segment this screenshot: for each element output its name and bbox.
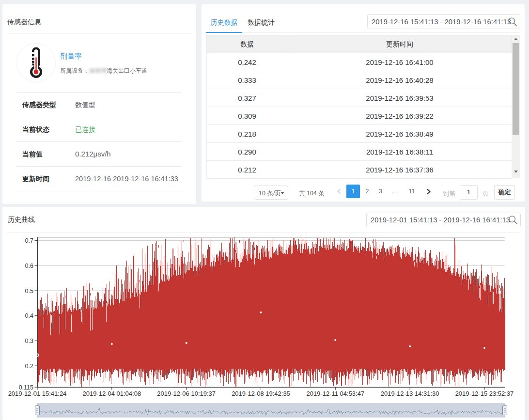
svg-text:0.4: 0.4 bbox=[25, 312, 33, 319]
svg-text:2019-12-13 14:31:30: 2019-12-13 14:31:30 bbox=[381, 390, 439, 397]
svg-text:0.2: 0.2 bbox=[25, 363, 33, 370]
svg-text:2019-12-08 19:42:35: 2019-12-08 19:42:35 bbox=[232, 390, 290, 397]
svg-text:2019-12-01 15:41:24: 2019-12-01 15:41:24 bbox=[8, 390, 67, 397]
svg-text:2019-12-06 10:19:37: 2019-12-06 10:19:37 bbox=[157, 390, 216, 397]
svg-text:0.6: 0.6 bbox=[25, 263, 33, 269]
svg-text:2019-12-11 04:53:47: 2019-12-11 04:53:47 bbox=[306, 390, 364, 397]
svg-text:0.3: 0.3 bbox=[25, 338, 33, 344]
svg-text:2019-12-04 01:04:08: 2019-12-04 01:04:08 bbox=[82, 390, 141, 397]
svg-text:0.7: 0.7 bbox=[25, 237, 33, 244]
svg-text:2019-12-15 23:52:37: 2019-12-15 23:52:37 bbox=[455, 390, 514, 397]
svg-text:0.5: 0.5 bbox=[25, 288, 33, 295]
